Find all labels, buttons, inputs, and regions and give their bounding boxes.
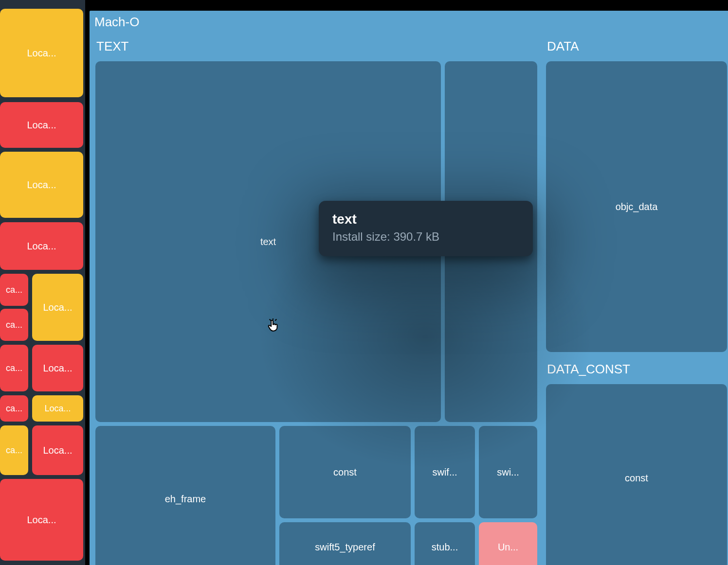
sidebar: Loca... Loca... Loca... Loca... ca... Lo… <box>0 0 85 565</box>
tile-un[interactable]: Un... <box>479 522 537 565</box>
section-text-label: TEXT <box>96 39 128 54</box>
tile-objc-data[interactable]: objc_data <box>546 61 727 352</box>
tooltip-title: text <box>332 212 519 227</box>
sidebar-tile[interactable]: Loca... <box>0 222 83 270</box>
tile-swi[interactable]: swi... <box>479 426 537 518</box>
tile-swif[interactable]: swif... <box>415 426 475 518</box>
sidebar-tile[interactable]: Loca... <box>0 152 83 218</box>
sidebar-tile[interactable]: Loca... <box>32 395 83 422</box>
sidebar-tile[interactable]: Loca... <box>32 345 83 391</box>
tile-const-data[interactable]: const <box>546 384 727 565</box>
sidebar-tile[interactable]: Loca... <box>0 102 83 148</box>
sidebar-tile[interactable]: Loca... <box>0 479 83 561</box>
tile-stub[interactable]: stub... <box>415 522 475 565</box>
sidebar-tile[interactable]: ca... <box>0 425 28 475</box>
tile-swift5-typeref[interactable]: swift5_typeref <box>279 522 411 565</box>
app-root: Loca... Loca... Loca... Loca... ca... Lo… <box>0 0 728 565</box>
sidebar-tile[interactable]: ca... <box>0 395 28 422</box>
sidebar-tile[interactable]: Loca... <box>0 9 83 97</box>
panel-title: Mach-O <box>94 15 139 30</box>
sidebar-tile[interactable]: ca... <box>0 309 28 341</box>
tooltip-subtitle: Install size: 390.7 kB <box>332 230 519 244</box>
section-data-label: DATA <box>547 39 579 54</box>
tile-const[interactable]: const <box>279 426 411 518</box>
sidebar-tile[interactable]: ca... <box>0 274 28 306</box>
tooltip: text Install size: 390.7 kB <box>319 201 533 256</box>
sidebar-tile[interactable]: Loca... <box>32 274 83 341</box>
tile-eh-frame[interactable]: eh_frame <box>95 426 275 565</box>
treemap-panel: Mach-O TEXT text eh_frame const swift5_t… <box>90 11 728 565</box>
sidebar-tile[interactable]: Loca... <box>32 425 83 475</box>
sidebar-tile[interactable]: ca... <box>0 345 28 391</box>
section-data-const-label: DATA_CONST <box>547 362 630 377</box>
